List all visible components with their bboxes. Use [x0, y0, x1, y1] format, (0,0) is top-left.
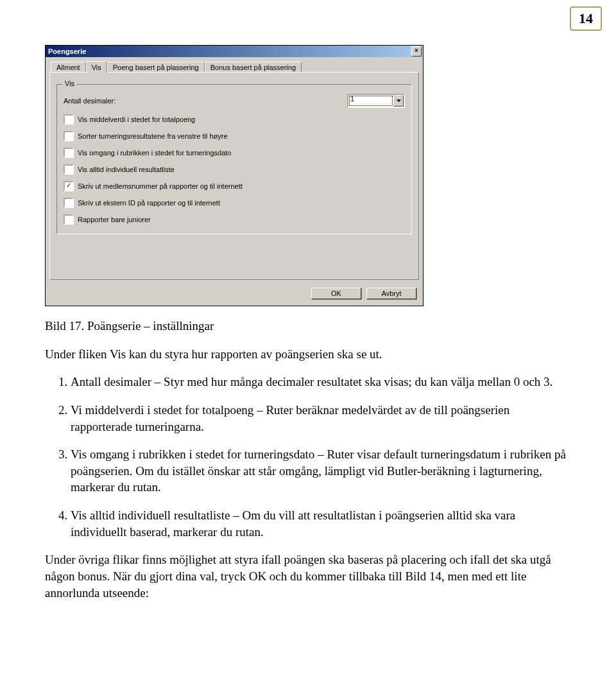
list-term: Vis alltid individuell resultatliste: [71, 508, 230, 522]
tab-panel-vis: Vis Antall desimaler: 1 Vis middelverdi …: [49, 72, 419, 280]
document-body: Bild 17. Poängserie – inställningar Unde…: [45, 318, 571, 601]
check-medlemsnummer[interactable]: ✓ Skriv ut medlemsnummer på rapporter og…: [64, 181, 405, 191]
check-ekstern-id[interactable]: Skriv ut ekstern ID på rapporter og til …: [64, 198, 405, 208]
checkbox-checked-icon: ✓: [64, 181, 74, 191]
ok-button[interactable]: OK: [311, 288, 361, 299]
checkbox-icon: [64, 131, 74, 141]
decimals-dropdown-button[interactable]: [393, 95, 404, 107]
figure-caption: Bild 17. Poängserie – inställningar: [45, 318, 571, 334]
check-sorter[interactable]: Sorter turneringsresultatene fra venstre…: [64, 131, 405, 141]
titlebar: Poengserie ×: [46, 46, 423, 57]
list-item: Vi middelverdi i stedet for totalpoeng –…: [71, 402, 571, 435]
list-term: Vis omgang i rubrikken i stedet for turn…: [71, 447, 314, 461]
list-item: Vis alltid individuell resultatliste – O…: [71, 507, 571, 540]
checkbox-icon: [64, 164, 74, 175]
list-term: Vi middelverdi i stedet for totalpoeng: [71, 403, 253, 417]
check-label: Vis alltid individuell resultatliste: [78, 166, 175, 173]
tab-vis[interactable]: Vis: [86, 61, 107, 73]
check-individuell[interactable]: Vis alltid individuell resultatliste: [64, 164, 405, 175]
list-item: Vis omgang i rubrikken i stedet for turn…: [71, 446, 571, 496]
decimals-row: Antall desimaler: 1: [64, 94, 405, 108]
intro-paragraph: Under fliken Vis kan du styra hur rappor…: [45, 346, 571, 363]
check-middelverdi[interactable]: Vis middelverdi i stedet for totalpoeng: [64, 114, 405, 125]
list-term: Antall desimaler: [71, 375, 151, 388]
checkbox-icon: [64, 148, 74, 158]
groupbox-title: Vis: [62, 80, 77, 87]
check-label: Vis omgang i rubrikken i stedet for turn…: [78, 149, 231, 157]
check-label: Skriv ut ekstern ID på rapporter og til …: [78, 199, 220, 207]
dialog-window: Poengserie × Allment Vis Poeng basert på…: [45, 45, 424, 306]
check-omgang[interactable]: Vis omgang i rubrikken i stedet for turn…: [64, 148, 405, 158]
checkbox-icon: [64, 214, 74, 225]
groupbox-vis: Vis Antall desimaler: 1 Vis middelverdi …: [56, 84, 412, 234]
check-label: Rapporter bare juniorer: [78, 216, 151, 223]
decimals-combobox[interactable]: 1: [347, 94, 405, 108]
checkbox-icon: [64, 198, 74, 208]
decimals-label: Antall desimaler:: [64, 97, 347, 105]
check-juniorer[interactable]: Rapporter bare juniorer: [64, 214, 405, 225]
window-title: Poengserie: [48, 48, 86, 55]
closing-paragraph: Under övriga flikar finns möjlighet att …: [45, 551, 571, 601]
decimals-value[interactable]: 1: [348, 95, 393, 107]
svg-marker-0: [397, 100, 401, 102]
close-button[interactable]: ×: [411, 46, 422, 56]
checkbox-icon: [64, 114, 74, 125]
list-rest: – Styr med hur många decimaler resultate…: [151, 375, 552, 388]
check-label: Vis middelverdi i stedet for totalpoeng: [78, 116, 195, 123]
chevron-down-icon: [397, 100, 401, 102]
tab-bonus-plassering[interactable]: Bonus basert på plassering: [205, 62, 302, 73]
tab-allment[interactable]: Allment: [51, 62, 86, 73]
embedded-screenshot: Poengserie × Allment Vis Poeng basert på…: [45, 45, 424, 306]
page-number-badge: 14: [570, 6, 602, 31]
dialog-button-row: OK Avbryt: [46, 284, 423, 306]
cancel-button[interactable]: Avbryt: [366, 288, 416, 299]
numbered-list: Antall desimaler – Styr med hur många de…: [45, 374, 571, 540]
check-label: Sorter turneringsresultatene fra venstre…: [78, 132, 228, 140]
tab-strip: Allment Vis Poeng basert på plassering B…: [46, 57, 423, 72]
tab-poeng-plassering[interactable]: Poeng basert på plassering: [107, 62, 205, 73]
close-icon: ×: [415, 47, 418, 54]
check-label: Skriv ut medlemsnummer på rapporter og t…: [78, 182, 243, 190]
list-item: Antall desimaler – Styr med hur många de…: [71, 374, 571, 390]
